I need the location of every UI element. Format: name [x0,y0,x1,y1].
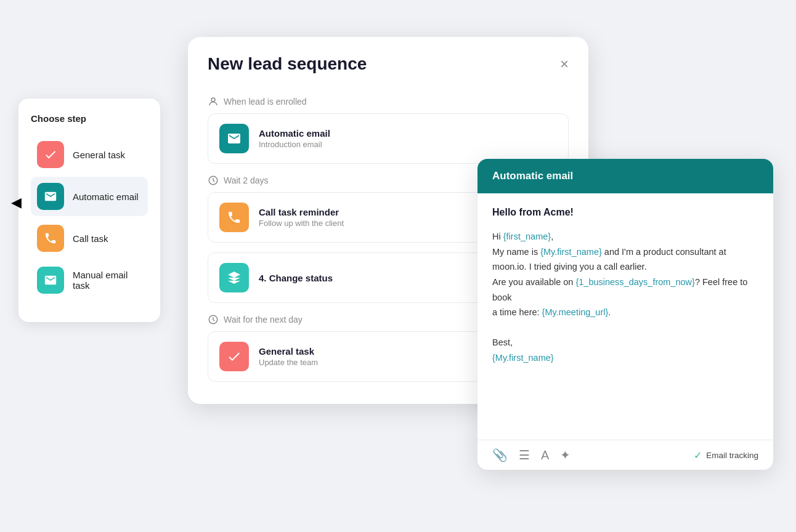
sidebar-item-general-task[interactable]: General task [31,135,148,174]
manual-email-icon [37,267,64,294]
sidebar-item-call-task[interactable]: Call task [31,219,148,258]
general-task-label: General task [73,150,125,160]
close-button[interactable]: × [560,57,569,71]
email-preview-panel: Automatic email Hello from Acme! Hi {fir… [477,159,773,470]
card-icon-phone [219,203,249,232]
svg-point-0 [211,98,215,102]
automatic-email-icon [37,183,64,210]
font-icon[interactable]: A [541,448,549,462]
section-enrolled-label: When lead is enrolled [208,96,569,107]
card-icon-check [219,342,249,371]
email-panel-body: Hello from Acme! Hi {first_name}, My nam… [477,193,773,440]
email-tracking-toggle[interactable]: ✓ Email tracking [694,449,758,461]
manual-email-label: Manual email task [73,270,142,291]
sidebar-item-automatic-email[interactable]: Automatic email [31,177,148,216]
choose-step-panel: Choose step General task Automatic email… [18,99,160,322]
email-panel-header: Automatic email [477,159,773,193]
list-icon[interactable]: ☰ [519,448,530,462]
cursor-arrow: ◀ [11,195,22,211]
email-panel-footer: 📎 ☰ A ✦ ✓ Email tracking [477,440,773,470]
call-task-icon [37,225,64,252]
sidebar-item-manual-email[interactable]: Manual email task [31,260,148,300]
email-panel-title: Automatic email [492,170,758,182]
call-task-label: Call task [73,233,108,244]
dialog-title: New lead sequence [208,54,367,74]
choose-step-title: Choose step [31,113,148,124]
dialog-header: New lead sequence × [188,37,588,85]
email-body: Hi {first_name}, My name is {My.first_na… [492,229,758,366]
tracking-check-icon: ✓ [694,449,702,461]
tracking-label: Email tracking [706,451,758,460]
card-text-general: General task Update the team [259,346,318,367]
card-text-call: Call task reminder Follow up with the cl… [259,207,344,228]
general-task-icon [37,141,64,168]
email-subject: Hello from Acme! [492,207,758,218]
card-text: Automatic email Introduction email [259,128,330,149]
automatic-email-label: Automatic email [73,191,139,202]
card-icon-layers [219,263,249,292]
attachment-icon[interactable]: 📎 [492,448,508,462]
card-text-status: 4. Change status [259,273,333,283]
card-auto-email-1[interactable]: Automatic email Introduction email [208,113,569,164]
sparkle-icon[interactable]: ✦ [560,448,571,462]
card-icon-email [219,124,249,153]
